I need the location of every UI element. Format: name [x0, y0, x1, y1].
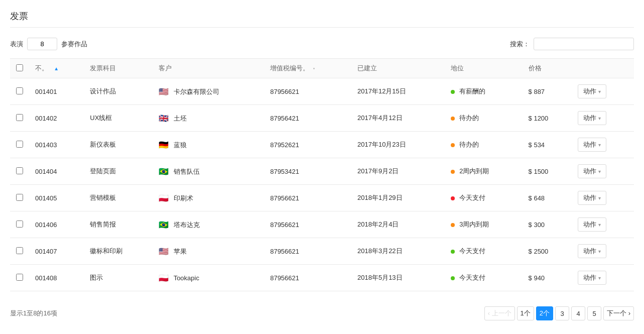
- customer-flag: 🇧🇷: [159, 220, 169, 230]
- chevron-down-icon: ▾: [598, 142, 601, 148]
- row-checkbox-5[interactable]: [16, 220, 23, 228]
- action-button[interactable]: 动作 ▾: [578, 164, 606, 178]
- action-button[interactable]: 动作 ▾: [578, 191, 606, 205]
- search-label: 搜索：: [510, 40, 530, 49]
- row-action-cell: 动作 ▾: [572, 238, 634, 265]
- chevron-down-icon: ▾: [598, 89, 601, 94]
- row-category: 营销模板: [84, 185, 153, 211]
- action-button[interactable]: 动作 ▾: [578, 111, 606, 125]
- status-text: 今天支付: [459, 274, 485, 281]
- perform-label: 表演: [10, 40, 23, 49]
- page-1-button[interactable]: 1个: [517, 306, 534, 320]
- header-category: 发票科目: [84, 59, 153, 78]
- customer-flag: 🇵🇱: [159, 273, 169, 283]
- row-id: 001402: [29, 105, 84, 132]
- page-2-button[interactable]: 2个: [536, 306, 553, 320]
- row-id: 001406: [29, 211, 84, 238]
- next-page-button[interactable]: 下一个 ›: [603, 306, 634, 320]
- row-vat: 87956621: [264, 238, 351, 265]
- row-status: 今天支付: [445, 265, 523, 291]
- perform-input[interactable]: [27, 38, 57, 50]
- status-dot: [451, 90, 455, 94]
- row-checkbox-4[interactable]: [16, 194, 23, 201]
- action-label: 动作: [583, 193, 596, 202]
- prev-page-button[interactable]: ‹ 上一个: [484, 306, 515, 320]
- customer-name: 销售队伍: [174, 167, 200, 175]
- search-input[interactable]: [534, 38, 634, 50]
- row-category: UX线框: [84, 105, 153, 132]
- row-vat: 87952621: [264, 132, 351, 158]
- row-created: 2017年10月23日: [351, 132, 445, 158]
- status-dot: [451, 223, 455, 227]
- page-4-button[interactable]: 4: [571, 306, 585, 320]
- status-text: 今天支付: [459, 247, 485, 255]
- row-status: 今天支付: [445, 238, 523, 265]
- row-action-cell: 动作 ▾: [572, 105, 634, 132]
- row-checkbox-cell: [10, 238, 29, 265]
- row-price: $ 534: [523, 132, 572, 158]
- row-category: 登陆页面: [84, 158, 153, 185]
- row-id: 001401: [29, 78, 84, 105]
- vat-sort-icon: •: [313, 66, 315, 71]
- select-all-checkbox[interactable]: [16, 64, 23, 71]
- page-5-button[interactable]: 5: [587, 306, 601, 320]
- row-checkbox-0[interactable]: [16, 87, 23, 94]
- row-created: 2018年5月13日: [351, 265, 445, 291]
- row-checkbox-cell: [10, 211, 29, 238]
- action-button[interactable]: 动作 ▾: [578, 271, 606, 285]
- row-status: 今天支付: [445, 185, 523, 211]
- action-button[interactable]: 动作 ▾: [578, 84, 606, 98]
- invoices-table: 不。 ▲ 发票科目 客户 增值税编号。 • 已建立 地位 价格: [10, 58, 634, 291]
- row-price: $ 300: [523, 211, 572, 238]
- row-status: 待办的: [445, 132, 523, 158]
- row-price: $ 940: [523, 265, 572, 291]
- row-action-cell: 动作 ▾: [572, 78, 634, 105]
- header-action: [572, 59, 634, 78]
- table-row: 001401 设计作品 🇺🇸 卡尔森有限公司 87956621 2017年12月…: [10, 78, 634, 105]
- row-price: $ 2500: [523, 238, 572, 265]
- row-checkbox-cell: [10, 132, 29, 158]
- row-checkbox-2[interactable]: [16, 141, 23, 148]
- chevron-down-icon: ▾: [598, 116, 601, 121]
- row-created: 2017年12月15日: [351, 78, 445, 105]
- action-button[interactable]: 动作 ▾: [578, 244, 606, 258]
- row-created: 2017年9月2日: [351, 158, 445, 185]
- status-dot: [451, 276, 455, 280]
- row-checkbox-1[interactable]: [16, 114, 23, 121]
- row-status: 待办的: [445, 105, 523, 132]
- customer-flag: 🇩🇪: [159, 140, 169, 150]
- header-price: 价格: [523, 59, 572, 78]
- customer-name: 苹果: [174, 247, 187, 255]
- chevron-down-icon: ▾: [598, 275, 601, 281]
- action-label: 动作: [583, 87, 596, 96]
- page-title: 发票: [10, 10, 634, 28]
- row-id: 001403: [29, 132, 84, 158]
- row-id: 001407: [29, 238, 84, 265]
- row-checkbox-6[interactable]: [16, 247, 23, 254]
- table-row: 001407 徽标和印刷 🇺🇸 苹果 87956621 2018年3月22日 今…: [10, 238, 634, 265]
- customer-name: Tookapic: [174, 274, 199, 282]
- row-checkbox-7[interactable]: [16, 274, 23, 281]
- row-customer: 🇺🇸 卡尔森有限公司: [153, 78, 264, 105]
- row-checkbox-3[interactable]: [16, 167, 23, 174]
- row-customer: 🇵🇱 印刷术: [153, 185, 264, 211]
- header-id: 不。 ▲: [29, 59, 84, 78]
- action-label: 动作: [583, 140, 596, 149]
- action-button[interactable]: 动作 ▾: [578, 138, 606, 152]
- row-created: 2018年1月29日: [351, 185, 445, 211]
- row-action-cell: 动作 ▾: [572, 132, 634, 158]
- row-category: 徽标和印刷: [84, 238, 153, 265]
- header-customer: 客户: [153, 59, 264, 78]
- status-text: 待办的: [459, 114, 479, 122]
- table-row: 001408 图示 🇵🇱 Tookapic 87956621 2018年5月13…: [10, 265, 634, 291]
- row-status: 3周内到期: [445, 211, 523, 238]
- row-action-cell: 动作 ▾: [572, 265, 634, 291]
- chevron-down-icon: ▾: [598, 169, 601, 174]
- row-price: $ 1200: [523, 105, 572, 132]
- header-vat: 增值税编号。 •: [264, 59, 351, 78]
- toolbar-right: 搜索：: [510, 38, 634, 50]
- row-id: 001405: [29, 185, 84, 211]
- page-3-button[interactable]: 3: [555, 306, 569, 320]
- customer-name: 土坯: [174, 114, 187, 122]
- action-button[interactable]: 动作 ▾: [578, 217, 606, 232]
